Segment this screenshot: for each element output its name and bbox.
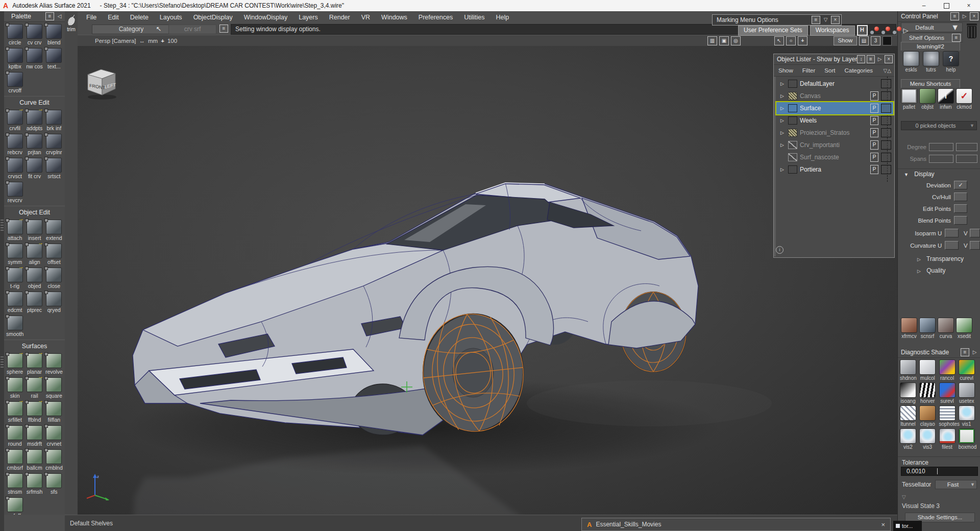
tool-rebcrv[interactable]: rebcrv — [5, 133, 24, 155]
curvature-u-field[interactable] — [945, 241, 959, 250]
tool-cmbsrf[interactable]: cmbsrf — [5, 448, 24, 471]
tool-cv-crv[interactable]: cv crv — [24, 23, 44, 45]
tool-srfoff[interactable]: srfoff — [5, 496, 24, 515]
layer-row-proiezioni-stratos[interactable]: ▷Proiezioni_StratosP — [776, 127, 893, 139]
expand-arrow-icon[interactable]: ▷ — [780, 142, 786, 148]
ruler-icon[interactable]: ▥ — [707, 36, 717, 45]
tool-revcrv[interactable]: revcrv — [5, 181, 24, 203]
workspaces-button[interactable]: Workspaces — [810, 26, 855, 36]
tool-srtsct[interactable]: srtsct — [44, 157, 64, 179]
palette-menu-icon[interactable]: ≡ — [45, 12, 54, 20]
lister-scrollbar[interactable] — [774, 77, 776, 256]
tool-edcmt[interactable]: edcmt — [5, 291, 24, 313]
menu-vr[interactable]: VR — [356, 14, 376, 21]
layer-state-box[interactable] — [788, 129, 797, 137]
dock-grip-handle[interactable] — [1, 356, 4, 368]
zoom-value[interactable]: 100 — [167, 38, 177, 44]
display-section-header[interactable]: ▼ Display — [898, 168, 980, 178]
tool-addpts[interactable]: →addpts — [24, 109, 44, 131]
tool-filflan[interactable]: filflan — [44, 400, 64, 423]
units-label[interactable]: mm — [148, 38, 158, 44]
current-tool-button[interactable]: crv srf — [168, 25, 216, 34]
menu-preferences[interactable]: Preferences — [413, 14, 458, 21]
marking-menu-options-bar[interactable]: Marking Menu Options ≡ ▽ × — [712, 14, 842, 26]
palette-section-object-edit[interactable]: Object Edit — [4, 206, 65, 218]
maximize-button[interactable] — [935, 0, 958, 11]
pick-button[interactable]: P — [870, 140, 878, 150]
tool-brk-inf[interactable]: brk inf — [44, 109, 64, 131]
shelf-tool-vis3[interactable]: vis3 — [919, 428, 936, 450]
lasso-icon[interactable]: ○ — [786, 36, 796, 45]
pick-button[interactable]: P — [870, 116, 878, 125]
minimize-button[interactable]: – — [913, 0, 935, 11]
tool-close[interactable]: close — [44, 267, 64, 289]
lister-menu-filter[interactable]: Filter — [798, 67, 820, 74]
palette-section-surfaces[interactable]: Surfaces — [4, 340, 65, 351]
tool-attach[interactable]: →attach — [5, 219, 24, 241]
layer-row-portiera[interactable]: ▷PortieraP — [776, 163, 893, 176]
tool-objed[interactable]: objed — [24, 267, 44, 289]
tab-menu-shortcuts[interactable]: Menu Shortcuts — [901, 79, 960, 88]
tool-insert[interactable]: insert — [24, 219, 44, 241]
tool-round[interactable]: round — [5, 424, 24, 447]
tool-qryed[interactable]: qryed — [44, 291, 64, 313]
menu-help[interactable]: Help — [491, 14, 515, 21]
layer-row-defaultlayer[interactable]: ▷DefaultLayerP — [776, 78, 893, 90]
shelf-tool-ltunnel[interactable]: ltunnel — [900, 405, 916, 427]
lister-expand-icon[interactable]: ▷ — [876, 56, 884, 63]
tool-srfmsh[interactable]: srfmsh — [24, 472, 44, 495]
deviation-checkbox[interactable]: ✓ — [954, 181, 967, 189]
pointer-select-icon[interactable]: ↖ — [774, 36, 784, 45]
tool-msdrft[interactable]: msdrft — [24, 424, 44, 447]
tool-ffblnd[interactable]: →ffblnd — [24, 400, 44, 423]
section-collapse-icon[interactable]: ▽ — [898, 494, 980, 500]
tolerance-field[interactable]: 0.0010 — [901, 467, 978, 476]
movies-close-icon[interactable]: × — [881, 521, 885, 528]
layer-state-box[interactable] — [788, 141, 797, 149]
menu-objectdisplay[interactable]: ObjectDisplay — [188, 14, 238, 21]
tool-square[interactable]: square — [44, 376, 64, 399]
layer-checkbox[interactable] — [881, 104, 891, 113]
shelf-tool-curva[interactable]: curva — [938, 318, 954, 339]
pick-button[interactable]: P — [870, 128, 878, 137]
shelf-tool-eskls[interactable]: eskls — [903, 51, 919, 73]
layer-state-box[interactable] — [788, 92, 797, 100]
close-button[interactable]: × — [958, 0, 980, 11]
tool-crvsct[interactable]: crvsct — [5, 157, 24, 179]
view-name[interactable]: Persp [Camera] — [95, 38, 136, 44]
resize-updown-icon[interactable]: ↕ — [857, 55, 865, 63]
layer-checkbox[interactable] — [881, 153, 891, 162]
shelf-tool-pallet[interactable]: pallet — [901, 88, 917, 110]
layer-checkbox[interactable] — [881, 165, 891, 174]
expand-arrow-icon[interactable]: ▷ — [780, 130, 786, 135]
tab-learning2[interactable]: learning#2 — [901, 42, 960, 51]
pin-grid-icon[interactable] — [881, 27, 890, 34]
cp-expand-icon[interactable]: ▷ — [961, 13, 968, 20]
tool-srfillet[interactable]: →srfillet — [5, 400, 24, 423]
layer-checkbox[interactable] — [881, 79, 891, 88]
cp-close-icon[interactable]: × — [970, 12, 978, 20]
collapsed-window-tab[interactable]: tor... — [893, 521, 922, 531]
shelf-options-list-icon[interactable]: ≡ — [952, 34, 961, 42]
menu-layers[interactable]: Layers — [293, 14, 324, 21]
shelf-tool-clayao[interactable]: clayao — [919, 405, 936, 427]
edit-points-checkbox[interactable] — [954, 204, 967, 213]
shelf-tool-infwn[interactable]: iinfwn — [938, 88, 954, 110]
shelf-tool-tutrs[interactable]: tutrs — [923, 51, 939, 73]
pick-button[interactable]: P — [870, 104, 878, 113]
tool-kptbx[interactable]: kptbx — [5, 47, 24, 69]
diag-expand-icon[interactable]: ▷ — [971, 349, 978, 356]
pin-wire-icon[interactable] — [892, 27, 901, 34]
pick-button[interactable]: P — [870, 153, 878, 162]
menu-windows[interactable]: Windows — [376, 14, 413, 21]
expand-arrow-icon[interactable]: ▷ — [780, 118, 786, 123]
shelf-tool-sophotes[interactable]: sophotes — [939, 405, 955, 427]
marking-menu-close-icon[interactable]: × — [831, 16, 840, 24]
tool-ballcm[interactable]: ballcm — [24, 448, 44, 471]
isoparm-v-field[interactable] — [970, 229, 980, 237]
layer-state-box[interactable] — [788, 165, 797, 174]
tool-stnsm[interactable]: stnsm — [5, 472, 24, 495]
curvature-v-field[interactable] — [970, 241, 980, 250]
layer-state-box[interactable] — [788, 80, 797, 88]
expand-arrow-icon[interactable]: ▷ — [780, 106, 786, 111]
